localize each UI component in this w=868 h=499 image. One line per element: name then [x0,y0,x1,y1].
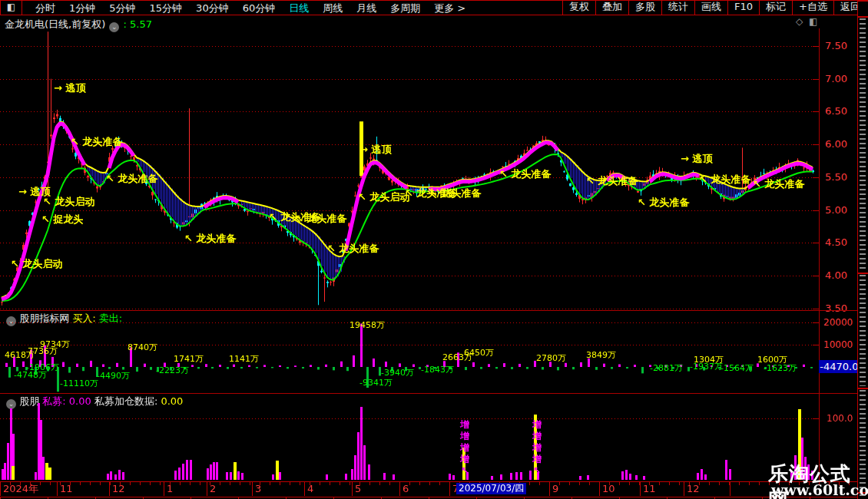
price-axis-line [819,28,820,481]
signal-annotation: ↖ 龙头启动 [43,197,94,207]
signal-annotation: ↖ 龙头准备 [429,188,481,198]
right-strip-divider [858,388,868,389]
flow-value-label: 19458万 [350,321,385,329]
signal-annotation: ↖ 龙头准备 [327,243,379,253]
signal-annotation: ↖ 龙头准备 [753,179,804,189]
toolbar-button-复权[interactable]: 复权 [562,1,595,15]
tab-30分钟[interactable]: 30分钟 [189,2,236,15]
flow-value-label: -11110万 [60,379,98,388]
selected-date-box: 2025/07/03/四 [456,483,526,494]
toolbar-buttons: 复权叠加多股统计画线F10标记+自选返回 [562,1,867,15]
diamond-icon[interactable]: ◇ [796,16,803,27]
signal-annotation: ↖ 龙头准备 [638,197,689,207]
flow-value-label: -4490万 [97,372,130,380]
signal-annotation: ↖ 龙头准备 [184,233,236,243]
flow-value-label: -1937万 [690,362,723,371]
flow-value-label: -1906万 [26,363,59,372]
flow-value-label: 2780万 [536,354,566,362]
toolbar-button-叠加[interactable]: 叠加 [595,1,628,15]
date-axis-ticks [0,482,857,485]
tab-15分钟[interactable]: 15分钟 [143,2,190,15]
right-strip-section[interactable] [860,275,866,386]
flow-value-label: -3940万 [381,368,414,377]
signal-annotation: ↖ 龙头启动 [358,192,409,202]
flow-value-label: 6450万 [464,349,494,357]
tab-5分钟[interactable]: 5分钟 [102,2,142,15]
signal-annotation: → 逃顶 [359,144,391,154]
flow-value-label: -1843万 [421,365,454,374]
tab-多周期[interactable]: 多周期 [383,2,427,15]
flow-value-label: 7736万 [28,347,58,355]
signal-annotation: ↖ 龙头准备 [499,169,551,179]
tab-分时[interactable]: 分时 [28,2,62,15]
signal-annotation: → 逃顶 [54,83,85,93]
toolbar-button-统计[interactable]: 统计 [661,1,694,15]
toolbar-button-+自选[interactable]: +自选 [792,1,833,15]
signal-annotation: ↖ 龙头启动 [11,259,62,269]
tab-更多 >[interactable]: 更多 > [427,2,472,15]
middle-tick-10000: 10000 [823,339,853,350]
flow-value-label: -1623万 [764,364,797,372]
signal-annotation: ↖ 龙头准备 [106,173,157,183]
middle-tick-20000: 20000 [823,317,853,328]
right-strip-divider [858,16,868,18]
bottom-axis-label: 100.0 [827,413,853,424]
signal-annotation: ↖ 龙头准备 [71,137,122,147]
signal-annotation: ↖ 捉龙头 [41,214,83,224]
top-toolbar: ◧ 分时1分钟5分钟15分钟30分钟60分钟日线周线月线多周期更多 > 复权叠加… [0,0,867,15]
right-sidebar-strip[interactable] [857,0,868,499]
signal-annotation: ↖ 龙头准备 [295,213,346,223]
split-window-icon[interactable]: ◧ [0,1,22,15]
tab-60分钟[interactable]: 60分钟 [236,2,283,15]
panel-layout-icon[interactable]: ◧ [809,16,817,27]
toolbar-button-标记[interactable]: 标记 [759,1,792,15]
flow-value-label: 8740万 [128,343,157,352]
flow-value-label: -1564万 [721,364,754,372]
toolbar-button-多股[interactable]: 多股 [628,1,661,15]
tab-月线[interactable]: 月线 [350,2,383,15]
signal-annotation: ↖ 龙头准备 [699,174,750,184]
toolbar-button-画线[interactable]: 画线 [694,1,727,15]
tab-1分钟[interactable]: 1分钟 [62,2,102,15]
bottom-panel-canvas[interactable] [0,394,819,481]
flow-value-label: -2881万 [650,364,683,372]
flow-value-label: 3849万 [586,351,616,359]
flow-value-label: 1741万 [174,355,204,363]
signal-annotation: ↖ 龙头准备 [586,176,638,186]
flow-value-label: -9341万 [359,378,393,387]
tab-日线[interactable]: 日线 [282,2,316,15]
right-strip-divider [858,273,868,274]
watermark-site-url: www.60lt.com [771,481,868,498]
flow-value-label: 1141万 [229,355,259,363]
right-strip-divider [858,0,868,2]
signal-annotation: → 逃顶 [681,154,712,164]
flow-value-label: -2223万 [156,366,189,375]
toolbar-button-F10[interactable]: F10 [727,1,759,15]
period-tabs: 分时1分钟5分钟15分钟30分钟60分钟日线周线月线多周期更多 > [22,1,562,15]
zeng-signal-column: 增增增增↖ [459,419,470,477]
tab-周线[interactable]: 周线 [316,2,350,15]
zeng-signal-column: 增增增增↖ [532,419,542,477]
right-strip-section[interactable] [860,18,866,272]
main-chart-canvas[interactable] [0,28,819,310]
